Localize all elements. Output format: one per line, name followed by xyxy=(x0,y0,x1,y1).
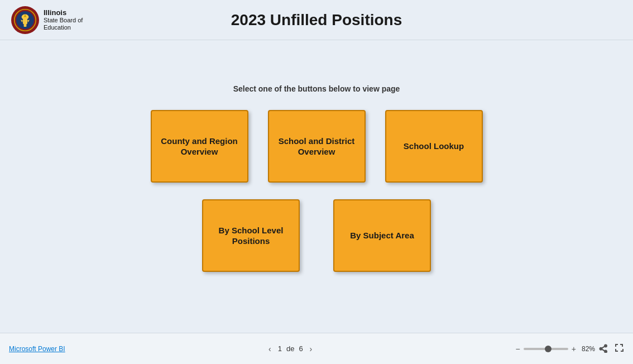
total-pages: 6 xyxy=(299,344,303,353)
prev-page-button[interactable]: ‹ xyxy=(266,343,274,355)
main-content: Select one of the buttons below to view … xyxy=(0,40,633,333)
instruction-text: Select one of the buttons below to view … xyxy=(233,84,400,93)
zoom-in-button[interactable]: + xyxy=(572,344,576,353)
fullscreen-icon[interactable] xyxy=(614,343,624,355)
zoom-thumb xyxy=(545,346,552,352)
svg-rect-7 xyxy=(24,23,27,26)
subject-area-button[interactable]: By Subject Area xyxy=(333,199,431,272)
bottom-bar: Microsoft Power BI ‹ 1 de 6 › − + 82% xyxy=(0,333,633,364)
share-icon[interactable] xyxy=(598,343,608,355)
logo-area: Illinois State Board of Education xyxy=(11,6,83,34)
zoom-level: 82% xyxy=(582,345,595,353)
zoom-track[interactable] xyxy=(524,348,568,350)
page-title: 2023 Unfilled Positions xyxy=(231,11,402,29)
zoom-out-button[interactable]: − xyxy=(516,344,520,353)
state-name: Illinois xyxy=(44,8,83,17)
buttons-row-1: County and Region Overview School and Di… xyxy=(151,110,483,183)
bottom-right-icons xyxy=(598,343,624,355)
page-separator: de xyxy=(286,344,294,353)
org-line2: State Board of xyxy=(44,17,83,24)
powerbi-link[interactable]: Microsoft Power BI xyxy=(9,345,65,353)
next-page-button[interactable]: › xyxy=(308,343,315,355)
org-logo xyxy=(11,6,39,34)
org-line3: Education xyxy=(44,24,83,31)
school-lookup-button[interactable]: School Lookup xyxy=(385,110,483,183)
buttons-row-2: By School Level Positions By Subject Are… xyxy=(202,199,431,272)
county-region-button[interactable]: County and Region Overview xyxy=(151,110,248,183)
header: Illinois State Board of Education 2023 U… xyxy=(0,0,633,40)
org-name-area: Illinois State Board of Education xyxy=(44,8,83,32)
pagination: ‹ 1 de 6 › xyxy=(266,343,314,355)
content-area: Select one of the buttons below to view … xyxy=(151,40,483,333)
school-district-button[interactable]: School and District Overview xyxy=(268,110,366,183)
school-level-button[interactable]: By School Level Positions xyxy=(202,199,300,272)
zoom-controls: − + 82% xyxy=(516,343,624,355)
current-page: 1 xyxy=(278,344,282,353)
